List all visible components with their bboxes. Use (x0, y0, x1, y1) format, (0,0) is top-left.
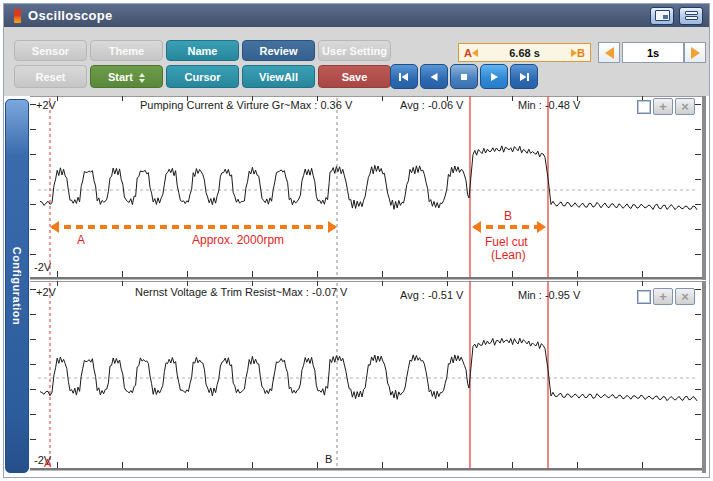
play-button[interactable] (480, 64, 508, 89)
sensor-button[interactable]: Sensor (14, 40, 87, 61)
review-button[interactable]: Review (242, 40, 315, 61)
fuel-cut-span-arrow (474, 225, 544, 229)
annotation-b: B (504, 209, 512, 223)
skip-end-button[interactable] (510, 64, 538, 89)
step-back-button[interactable] (420, 64, 448, 89)
panel1-max: Max : 0.36 V (291, 99, 353, 111)
name-button[interactable]: Name (166, 40, 239, 61)
panel1-scale-top: +2V (36, 99, 56, 111)
window-stack-button[interactable] (679, 7, 703, 25)
panel1-close-button[interactable]: × (675, 98, 695, 115)
panel2-zoom-in-button[interactable]: + (653, 288, 673, 305)
panel2-close-button[interactable]: × (675, 288, 695, 305)
rpm-span-arrow (52, 225, 335, 229)
scope-plot-pumping-current[interactable] (30, 96, 706, 280)
step-back-icon (426, 69, 442, 85)
skip-start-button[interactable] (390, 64, 418, 89)
panel1-title: Pumping Current & Virture Gr~Max : 0.36 … (140, 99, 352, 111)
stop-button[interactable] (450, 64, 478, 89)
panel2-channel-checkbox[interactable] (637, 290, 651, 304)
timebase-increase-button[interactable] (684, 42, 706, 63)
window-split-icon (655, 10, 670, 21)
cursor-b-label: B (577, 47, 585, 59)
annotation-lean: (Lean) (491, 248, 526, 262)
oscilloscope-window: Oscilloscope Sensor Theme Name Review Us… (3, 3, 710, 478)
panel2-title: Nernst Voltage & Trim Resist~Max : -0.07… (135, 286, 347, 298)
theme-button[interactable]: Theme (90, 40, 163, 61)
stop-icon (456, 69, 472, 85)
annotation-a: A (77, 233, 85, 247)
panel1-channel-checkbox[interactable] (637, 100, 651, 114)
left-arrow-icon (605, 47, 614, 59)
right-arrow-icon (691, 47, 700, 59)
chart-area: Configuration +2V Pumping Current & Virt… (4, 96, 709, 477)
skip-start-icon (396, 69, 412, 85)
titlebar-buttons (650, 7, 703, 25)
timebase-field[interactable] (622, 42, 684, 63)
cursor-b-bottom-label: B (325, 453, 332, 465)
panel2-min: Min : -0.95 V (518, 289, 580, 301)
toolbar: Sensor Theme Name Review User Setting Re… (4, 27, 709, 96)
cursor-button[interactable]: Cursor (166, 65, 239, 88)
ab-time-range[interactable]: A 6.68 s B (458, 43, 591, 62)
cursor-a-label: A (464, 47, 472, 59)
window-split-button[interactable] (650, 7, 674, 25)
annotation-fuel-cut: Fuel cut (485, 235, 528, 249)
sidebar-tab-configuration[interactable]: Configuration (5, 99, 29, 473)
start-label: Start (108, 71, 133, 83)
window-title: Oscilloscope (28, 8, 113, 23)
panel2-scale-top: +2V (36, 286, 56, 298)
spinner-icon (139, 73, 145, 83)
start-button[interactable]: Start (90, 65, 163, 88)
save-button[interactable]: Save (318, 65, 391, 88)
annotation-rpm: Approx. 2000rpm (192, 233, 284, 247)
ab-time-value: 6.68 s (478, 47, 571, 59)
panel1-zoom-in-button[interactable]: + (653, 98, 673, 115)
panel2-avg: Avg : -0.51 V (400, 289, 463, 301)
window-stack-icon (685, 11, 698, 20)
scope-plot-nernst-voltage[interactable] (30, 281, 706, 473)
play-icon (486, 69, 502, 85)
panel2-max: Max : -0.07 V (282, 286, 347, 298)
app-icon (14, 9, 21, 23)
user-setting-button[interactable]: User Setting (318, 40, 391, 61)
cursor-a-bottom-label: A (44, 457, 51, 469)
panel1-min: Min : -0.48 V (518, 99, 580, 111)
transport-controls (390, 64, 538, 89)
sidebar-tab-label: Configuration (11, 247, 23, 326)
panel1-scale-bottom: -2V (34, 261, 51, 273)
titlebar: Oscilloscope (4, 4, 709, 27)
reset-button[interactable]: Reset (14, 65, 87, 88)
timebase-decrease-button[interactable] (598, 42, 620, 63)
panel1-avg: Avg : -0.06 V (400, 99, 463, 111)
viewall-button[interactable]: ViewAll (242, 65, 315, 88)
skip-end-icon (516, 69, 532, 85)
